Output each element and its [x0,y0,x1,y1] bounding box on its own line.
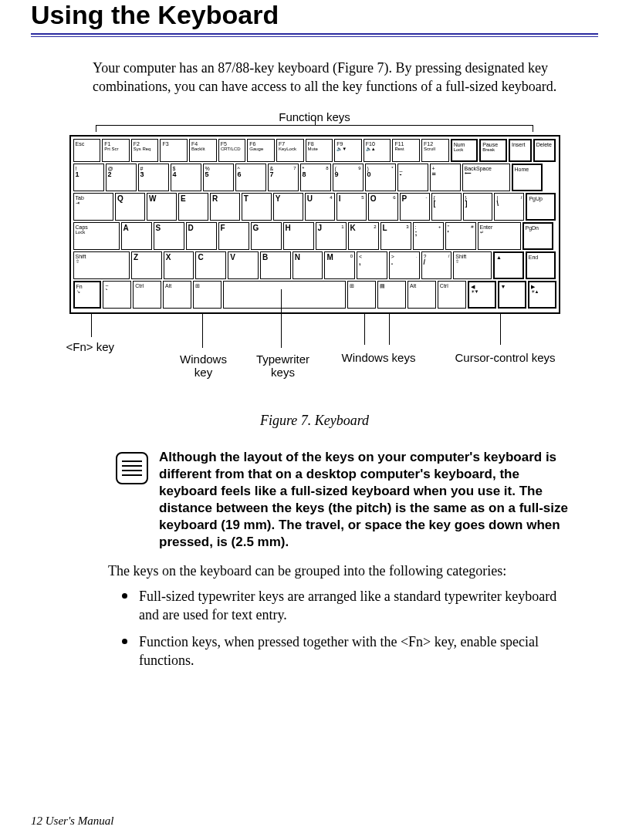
key: Home [512,164,543,191]
key: H [283,222,314,250]
fn-key-label: <Fn> key [66,340,115,353]
typewriter-keys-label: Typewriter keys [249,353,318,379]
key: Insert [509,139,532,162]
page-title: Using the Keyboard [31,0,598,30]
key: Tab⇥ [73,193,114,221]
key: D [186,222,217,250]
key: PgDn [522,222,553,250]
key: ~` [103,281,131,309]
key [223,281,347,309]
key: F1Prt Scr [102,139,130,162]
key: !1 [73,164,104,191]
key: F12Scroll [421,139,449,162]
windows-key-label: Windows key [173,353,235,379]
key: ▶☀▲ [528,281,556,309]
key: F11Rest [392,139,420,162]
intro-paragraph: Your computer has an 87/88-key keyboard … [93,59,583,96]
function-keys-bracket [96,125,533,132]
category-list: Full-sized typewriter keys are arranged … [122,587,575,670]
key: F6Gauge [247,139,275,162]
key: )0* [365,164,396,191]
key: _- [397,164,428,191]
key: A [121,222,152,250]
key: #3 [138,164,169,191]
key: %5 [203,164,234,191]
key: Ctrl [438,281,466,309]
key: U4 [305,193,335,221]
key: W [147,193,177,221]
key: ▲ [493,251,524,279]
key: Shift⇧ [453,251,492,279]
key: Alt [407,281,436,309]
key: O6 [368,193,398,221]
key: M0 [324,251,355,279]
key: CapsLock [73,222,120,250]
cursor-keys-label: Cursor-control keys [448,351,563,364]
key: ^6 [235,164,266,191]
key: Delete [533,139,556,162]
key: BackSpace⟵ [462,164,510,191]
key: L3 [380,222,411,250]
key: I5 [336,193,367,221]
key: F [218,222,249,250]
key: P- [400,193,430,221]
keyboard-annotations: <Fn> key Windows key Typewriter keys Win… [69,317,560,394]
figure-caption: Figure 7. Keyboard [31,413,598,429]
key: ?// [421,251,452,279]
key: ◀☀▼ [468,281,496,309]
key: X [164,251,194,279]
key: ⊞ [193,281,222,309]
key: Y [273,193,303,221]
key: *88 [300,164,331,191]
key: B [260,251,291,279]
key: {[ [431,193,462,221]
windows-keys-label: Windows keys [336,351,421,364]
key: "'# [445,222,476,250]
key: C [195,251,226,279]
key: E [178,193,208,221]
key: PauseBreak [479,139,507,162]
key: S [154,222,184,250]
key: F5CRT/LCD [218,139,246,162]
key: N [293,251,323,279]
note-icon [116,452,148,484]
key: ⊞ [347,281,376,309]
key: Esc [73,139,101,162]
key: $4 [171,164,201,191]
key: Alt [163,281,191,309]
key: @2 [106,164,137,191]
list-item: Full-sized typewriter keys are arranged … [122,587,575,625]
key: PgUp [526,193,556,221]
keyboard-diagram: EscF1Prt ScrF2Sys ReqF3F4BacklitF5CRT/LC… [69,135,560,314]
title-rule [31,33,598,37]
key: End [526,251,556,279]
key: <, [357,251,387,279]
key: Enter↵ [478,222,521,250]
key: F4Backlit [189,139,217,162]
key: Ctrl [133,281,161,309]
note-text: Although the layout of the keys on your … [159,449,575,552]
key: Q [115,193,145,221]
key: R [210,193,240,221]
key: ▼ [498,281,526,309]
key: :;+ [413,222,444,250]
key: (99 [333,164,364,191]
key: Shift⇧ [73,251,130,279]
key: J1 [316,222,347,250]
key: &77 [268,164,299,191]
group-intro: The keys on the keyboard can be grouped … [108,563,575,579]
key: F10🔈▲ [364,139,391,162]
key: F2Sys Req [131,139,159,162]
key: F8Mute [306,139,333,162]
key: }] [463,193,493,221]
key: NumLock [451,139,479,162]
key: F7KeyLock [276,139,304,162]
key: K2 [348,222,379,250]
key: ▤ [377,281,406,309]
key: F3 [160,139,188,162]
key: Fn↘ [73,281,102,309]
key: G [251,222,282,250]
key: T [242,193,272,221]
key: |\/ [494,193,524,221]
key: V [228,251,259,279]
